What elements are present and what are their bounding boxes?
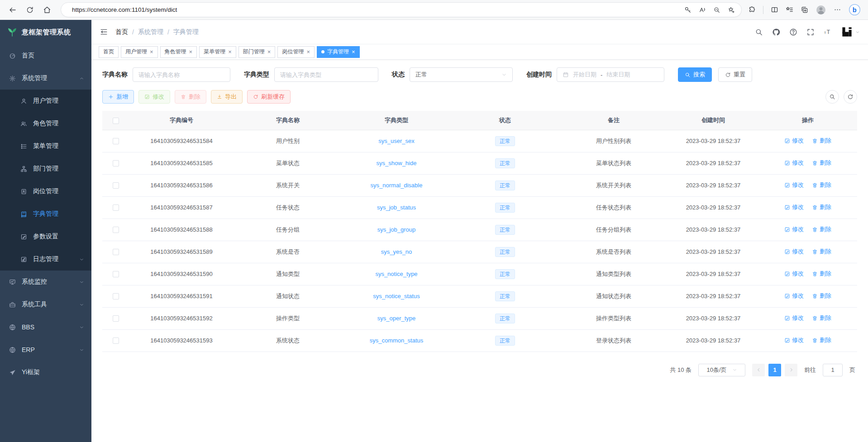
prev-page-button[interactable]: [752, 364, 765, 376]
bing-icon[interactable]: b: [849, 4, 861, 16]
tab-user-mgmt[interactable]: 用户管理×: [121, 46, 158, 58]
dict-type-link[interactable]: sys_job_group: [377, 226, 416, 233]
dict-type-input[interactable]: [274, 67, 378, 82]
row-checkbox[interactable]: [113, 138, 119, 144]
row-delete-link[interactable]: 删除: [812, 314, 831, 322]
dict-type-link[interactable]: sys_user_sex: [378, 138, 414, 144]
sidebar-item-param-settings[interactable]: 参数设置: [0, 225, 91, 248]
status-select[interactable]: 正常: [410, 67, 513, 82]
dict-type-link[interactable]: sys_yes_no: [381, 248, 412, 255]
close-icon[interactable]: ×: [228, 49, 232, 55]
page-size-select[interactable]: 10条/页: [698, 364, 745, 376]
sidebar-collapse-icon[interactable]: [100, 28, 108, 36]
avatar-icon[interactable]: [816, 5, 826, 15]
row-edit-link[interactable]: 修改: [784, 270, 804, 278]
key-icon[interactable]: [684, 6, 692, 14]
close-icon[interactable]: ×: [189, 49, 193, 55]
row-checkbox[interactable]: [113, 337, 119, 344]
show-search-button[interactable]: [825, 90, 839, 104]
row-edit-link[interactable]: 修改: [784, 137, 804, 145]
user-avatar-menu[interactable]: [841, 26, 860, 38]
edit-button[interactable]: 修改: [138, 90, 170, 104]
zoom-out-icon[interactable]: [713, 6, 720, 14]
tab-home[interactable]: 首页: [99, 46, 119, 58]
next-page-button[interactable]: [785, 364, 797, 376]
row-edit-link[interactable]: 修改: [784, 314, 804, 322]
sidebar-item-post-mgmt[interactable]: 岗位管理: [0, 180, 91, 203]
github-icon[interactable]: [772, 28, 780, 36]
row-checkbox[interactable]: [113, 160, 119, 166]
sidebar-item-home[interactable]: 首页: [0, 44, 91, 67]
star-plus-icon[interactable]: [728, 6, 735, 14]
delete-button[interactable]: 删除: [175, 90, 206, 104]
breadcrumb-item-system[interactable]: 系统管理: [138, 28, 163, 36]
refresh-table-button[interactable]: [844, 90, 857, 104]
row-delete-link[interactable]: 删除: [812, 181, 831, 189]
sidebar-item-user-mgmt[interactable]: 用户管理: [0, 90, 91, 112]
row-checkbox[interactable]: [113, 315, 119, 322]
home-icon[interactable]: [40, 3, 54, 17]
close-icon[interactable]: ×: [150, 49, 153, 55]
text-size-icon[interactable]: тT: [824, 28, 832, 36]
fav-list-icon[interactable]: [786, 6, 793, 14]
row-edit-link[interactable]: 修改: [784, 203, 804, 211]
row-delete-link[interactable]: 删除: [812, 137, 831, 145]
row-delete-link[interactable]: 删除: [812, 336, 831, 344]
question-icon[interactable]: [789, 28, 797, 36]
sidebar-item-log-mgmt[interactable]: 日志管理: [0, 248, 91, 271]
row-edit-link[interactable]: 修改: [784, 336, 804, 344]
dots-icon[interactable]: [834, 6, 841, 14]
sidebar-item-system-mgmt[interactable]: 系统管理: [0, 67, 91, 90]
tab-post-mgmt[interactable]: 岗位管理×: [277, 46, 315, 58]
row-checkbox[interactable]: [113, 227, 119, 233]
sidebar-item-system-monitor[interactable]: 系统监控: [0, 271, 91, 293]
dict-type-link[interactable]: sys_show_hide: [377, 160, 417, 166]
read-aloud-icon[interactable]: [699, 6, 706, 14]
close-icon[interactable]: ×: [267, 49, 271, 55]
sidebar-item-system-tools[interactable]: 系统工具: [0, 293, 91, 316]
fullscreen-icon[interactable]: [806, 28, 815, 36]
reset-button[interactable]: 重置: [718, 67, 752, 82]
breadcrumb-item-home[interactable]: 首页: [115, 28, 128, 36]
split-icon[interactable]: [771, 6, 778, 14]
goto-page-input[interactable]: [823, 364, 843, 376]
url-text[interactable]: https://ccnetcore.com:1101/system/dict: [72, 6, 680, 13]
row-edit-link[interactable]: 修改: [784, 159, 804, 167]
row-checkbox[interactable]: [113, 249, 119, 255]
sidebar-item-bbs[interactable]: BBS: [0, 316, 91, 338]
tab-menu-mgmt[interactable]: 菜单管理×: [199, 46, 236, 58]
row-edit-link[interactable]: 修改: [784, 292, 804, 300]
sidebar-item-dict-mgmt[interactable]: 字典管理: [0, 203, 91, 225]
close-icon[interactable]: ×: [352, 49, 355, 55]
sidebar-item-erp[interactable]: ERP: [0, 338, 91, 361]
sidebar-item-menu-mgmt[interactable]: 菜单管理: [0, 135, 91, 157]
dict-name-input[interactable]: [133, 67, 230, 82]
extension-icon[interactable]: [748, 6, 756, 14]
row-checkbox[interactable]: [113, 182, 119, 189]
row-checkbox[interactable]: [113, 271, 119, 277]
add-button[interactable]: 新增: [102, 90, 134, 104]
dict-type-link[interactable]: sys_job_status: [377, 204, 416, 211]
tab-role-mgmt[interactable]: 角色管理×: [160, 46, 197, 58]
sidebar-item-yi-framework[interactable]: Yi框架: [0, 361, 91, 384]
dict-type-link[interactable]: sys_normal_disable: [371, 182, 423, 189]
export-button[interactable]: 导出: [211, 90, 243, 104]
row-delete-link[interactable]: 删除: [812, 292, 831, 300]
address-bar[interactable]: https://ccnetcore.com:1101/system/dict: [61, 2, 742, 17]
sidebar-item-dept-mgmt[interactable]: 部门管理: [0, 157, 91, 180]
row-delete-link[interactable]: 删除: [812, 270, 831, 278]
row-edit-link[interactable]: 修改: [784, 247, 804, 256]
refresh-cache-button[interactable]: 刷新缓存: [247, 90, 291, 104]
row-delete-link[interactable]: 删除: [812, 247, 831, 256]
back-icon[interactable]: [5, 3, 20, 17]
date-range-picker[interactable]: 开始日期 - 结束日期: [557, 67, 664, 82]
current-page[interactable]: 1: [768, 364, 781, 376]
row-delete-link[interactable]: 删除: [812, 225, 831, 233]
search-button[interactable]: 搜索: [678, 67, 712, 82]
dict-type-link[interactable]: sys_notice_status: [373, 293, 420, 299]
refresh-icon[interactable]: [23, 3, 37, 17]
sidebar-item-role-mgmt[interactable]: 角色管理: [0, 112, 91, 135]
dict-type-link[interactable]: sys_common_status: [370, 337, 424, 344]
row-edit-link[interactable]: 修改: [784, 225, 804, 233]
search-icon[interactable]: [755, 28, 763, 36]
